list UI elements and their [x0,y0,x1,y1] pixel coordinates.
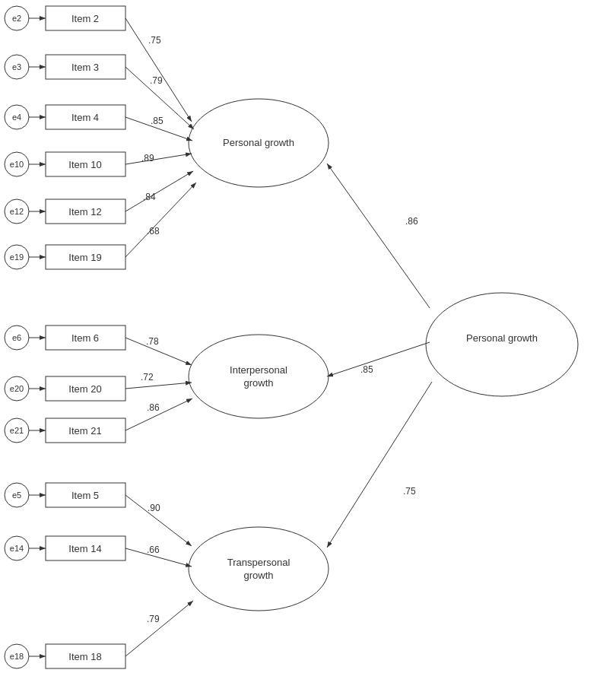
svg-line-5 [125,154,192,164]
loading-item5: .90 [148,503,160,513]
e5-label: e5 [12,491,21,500]
interpersonal-growth-label2: growth [243,377,273,389]
e4-label: e4 [12,113,21,122]
loading-item3: .79 [150,75,163,86]
svg-line-15 [327,342,430,376]
loading-item6: .78 [146,336,159,347]
personal-growth-label: Personal growth [223,137,294,148]
loading-item14: .66 [147,545,160,555]
ho-loading-personal: .86 [405,216,418,227]
loading-item4: .85 [151,116,164,126]
svg-line-7 [125,183,196,257]
loading-item12-top: .84 [143,192,156,202]
item21-label: Item 21 [68,425,101,437]
higher-order-ellipse [426,293,578,396]
item5-label: Item 5 [71,490,99,501]
transpersonal-growth-label: Transpersonal [227,557,291,568]
svg-line-2 [125,18,192,122]
loading-item20: .72 [141,372,154,383]
transpersonal-growth-label2: growth [243,570,273,581]
loading-item10: .89 [141,153,154,164]
item20-label: Item 20 [68,383,101,395]
transpersonal-growth-ellipse [189,527,329,611]
item18-label: Item 18 [68,651,101,662]
higher-order-label: Personal growth [466,332,538,344]
svg-line-6 [125,171,193,211]
ho-loading-interpersonal: .85 [360,364,373,375]
item6-label: Item 6 [71,332,99,344]
interpersonal-growth-label: Interpersonal [230,364,287,376]
e19-label: e19 [10,252,24,262]
svg-line-16 [327,382,432,548]
loading-item21: .86 [147,402,160,413]
svg-line-9 [125,383,192,389]
svg-line-14 [327,164,430,308]
item2-label: Item 2 [71,13,99,24]
loading-item19: .68 [147,226,160,237]
item14-label: Item 14 [68,543,101,554]
e12-label: e12 [10,207,24,216]
e2-label: e2 [12,14,21,23]
item4-label: Item 4 [71,112,99,123]
item10-label: Item 10 [68,159,101,170]
e20-label: e20 [10,384,24,393]
item12-label: Item 12 [68,206,101,217]
item3-label: Item 3 [71,62,99,73]
loading-item2: .75 [148,35,161,46]
e14-label: e14 [10,544,24,553]
item19-label: Item 19 [68,252,101,263]
loading-item18: .79 [147,614,160,624]
e6-label: e6 [12,333,21,342]
e18-label: e18 [10,652,24,661]
interpersonal-growth-ellipse [189,335,329,418]
e3-label: e3 [12,62,21,71]
e21-label: e21 [10,426,24,435]
svg-line-13 [125,601,193,656]
ho-loading-transpersonal: .75 [403,486,416,497]
e10-label: e10 [10,160,24,169]
